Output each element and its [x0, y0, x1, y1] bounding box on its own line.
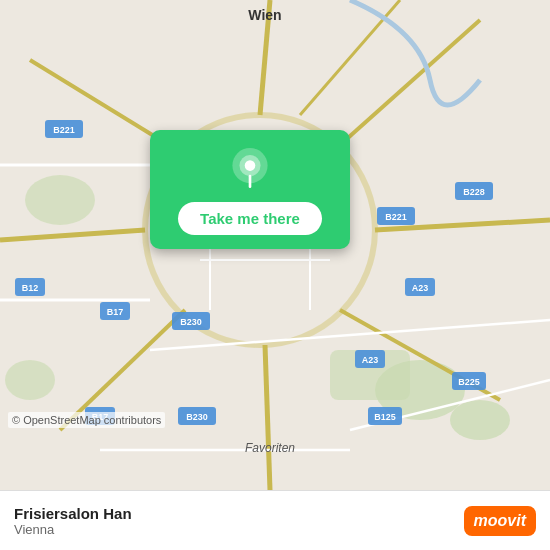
svg-text:B230: B230 — [180, 317, 202, 327]
take-me-there-button[interactable]: Take me there — [178, 202, 322, 235]
svg-text:B221: B221 — [53, 125, 75, 135]
location-name: Frisiersalon Han — [14, 505, 132, 522]
svg-text:B225: B225 — [458, 377, 480, 387]
svg-text:B17: B17 — [107, 307, 124, 317]
svg-text:A23: A23 — [412, 283, 429, 293]
moovit-logo-text: moovit — [474, 512, 526, 530]
svg-point-54 — [245, 160, 256, 171]
svg-point-5 — [5, 360, 55, 400]
svg-point-4 — [25, 175, 95, 225]
svg-text:B228: B228 — [463, 187, 485, 197]
svg-text:B12: B12 — [22, 283, 39, 293]
moovit-logo[interactable]: moovit — [464, 506, 536, 536]
location-city: Vienna — [14, 522, 132, 537]
svg-text:B125: B125 — [374, 412, 396, 422]
location-info: Frisiersalon Han Vienna — [14, 505, 132, 537]
bottom-bar: Frisiersalon Han Vienna moovit — [0, 490, 550, 550]
svg-text:Wien: Wien — [248, 7, 281, 23]
map-attribution: © OpenStreetMap contributors — [8, 412, 165, 428]
location-pin-icon — [228, 148, 272, 192]
svg-text:B221: B221 — [385, 212, 407, 222]
location-card[interactable]: Take me there — [150, 130, 350, 249]
svg-point-3 — [450, 400, 510, 440]
svg-text:B230: B230 — [186, 412, 208, 422]
svg-text:A23: A23 — [362, 355, 379, 365]
svg-text:Favoriten: Favoriten — [245, 441, 295, 455]
map-container: B221 B228 B221 B12 B17 B230 A23 A23 B17 … — [0, 0, 550, 490]
